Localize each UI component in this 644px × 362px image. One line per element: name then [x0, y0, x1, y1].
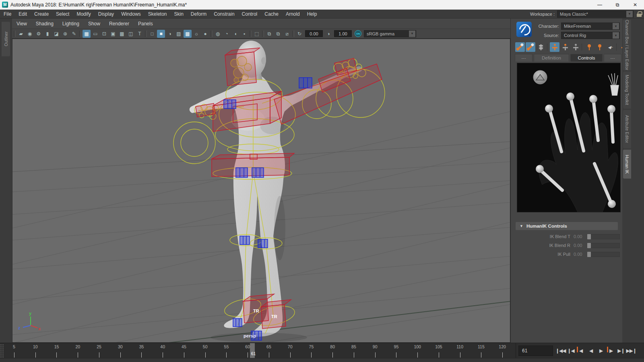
select-full-body-icon[interactable] — [550, 42, 559, 52]
safe-title-icon[interactable]: T — [136, 30, 144, 38]
film-gate-icon[interactable]: ▭ — [91, 30, 99, 38]
go-to-end-button[interactable]: ▶▶❙ — [626, 346, 637, 356]
dock-tab-human-ik[interactable]: Human IK — [623, 150, 631, 179]
menu-constrain[interactable]: Constrain — [210, 10, 238, 19]
camera-attributes-icon[interactable]: ⚙ — [35, 30, 43, 38]
minimize-button[interactable]: — — [591, 0, 609, 9]
exposure-icon[interactable]: ↻ — [295, 30, 303, 38]
motion-blur-icon[interactable]: ◔ — [223, 30, 231, 38]
use-all-lights-icon[interactable]: ▩ — [184, 30, 192, 38]
play-backwards-button[interactable]: ◀ — [586, 346, 596, 356]
key-body-part-icon[interactable] — [526, 42, 535, 52]
menu-edit[interactable]: Edit — [15, 10, 31, 19]
slider-groove[interactable] — [591, 243, 620, 248]
mini-hand-icon[interactable] — [608, 73, 619, 95]
xray-icon[interactable]: ⧄ — [283, 30, 291, 38]
slider-groove[interactable] — [591, 252, 620, 257]
panel-menu-shading[interactable]: Shading — [31, 21, 58, 27]
menu-help[interactable]: Help — [303, 10, 321, 19]
occlusion-icon[interactable]: ◍ — [214, 30, 222, 38]
close-button[interactable]: ✕ — [626, 0, 644, 9]
timeline-grip-handle[interactable] — [0, 344, 4, 358]
dock-tab-attribute-editor[interactable]: Attribute Editor — [623, 110, 631, 148]
step-forward-frame-button[interactable]: ▶ — [606, 346, 616, 356]
panel-menu-lighting[interactable]: Lighting — [58, 21, 84, 27]
menu-modify[interactable]: Modify — [73, 10, 94, 19]
outliner-tab[interactable]: Outliner — [2, 22, 10, 56]
stack-layout-icon[interactable]: ⧉ — [274, 30, 282, 38]
textured-icon[interactable]: ▨ — [175, 30, 183, 38]
humanik-logo-icon[interactable]: ▼ — [516, 22, 532, 37]
select-camera-icon[interactable]: ▰ — [17, 30, 25, 38]
chevron-down-icon[interactable]: ▼ — [626, 11, 633, 17]
shadows-icon[interactable]: ● — [201, 30, 209, 38]
timeline-playhead[interactable]: 61 — [250, 343, 255, 358]
menu-skin[interactable]: Skin — [171, 10, 187, 19]
timeline-ruler[interactable]: 61 5101520253035404550556065707580859095… — [5, 343, 516, 358]
mute-icon[interactable]: ◀− — [605, 42, 615, 52]
humanik-controls-header[interactable]: ▼ HumanIK Controls — [516, 222, 618, 230]
menu-control[interactable]: Control — [238, 10, 261, 19]
slider-handle[interactable] — [587, 243, 591, 248]
viewport-canvas[interactable]: TR TR y z x — [12, 39, 510, 343]
panel-menu-show[interactable]: Show — [84, 21, 105, 27]
play-forwards-button[interactable]: ▶ — [596, 346, 606, 356]
chevron-down-icon[interactable]: ▼ — [613, 23, 619, 29]
panel-menu-panels[interactable]: Panels — [134, 21, 157, 27]
current-frame-field[interactable]: 61 — [518, 346, 553, 356]
flat-shade-icon[interactable]: ◑ — [166, 30, 174, 38]
lighting-icon[interactable]: ☼ — [192, 30, 200, 38]
pin-rotate-icon[interactable] — [595, 42, 605, 52]
menu-select[interactable]: Select — [52, 10, 73, 19]
separate-layout-icon[interactable]: ⧉ — [265, 30, 273, 38]
tab-[interactable]: --- — [515, 54, 533, 62]
grease-pencil-icon[interactable]: ✎ — [70, 30, 78, 38]
step-forward-key-button[interactable]: ▶❙ — [616, 346, 626, 356]
menu-cache[interactable]: Cache — [261, 10, 282, 19]
pan-zoom-icon[interactable]: ⊕ — [61, 30, 69, 38]
menu-display[interactable]: Display — [95, 10, 118, 19]
smooth-shade-icon[interactable]: ■ — [157, 30, 165, 38]
hand-picker-canvas[interactable] — [517, 63, 620, 212]
exposure-field[interactable]: 0.00 — [305, 30, 323, 37]
slider-groove[interactable] — [591, 234, 620, 239]
select-selection-icon[interactable] — [571, 42, 580, 52]
resolution-gate-icon[interactable]: ⊡ — [100, 30, 108, 38]
isolate-select-icon[interactable]: ⬚ — [253, 30, 261, 38]
field-chart-icon[interactable]: ▩ — [118, 30, 126, 38]
menu-skeleton[interactable]: Skeleton — [144, 10, 171, 19]
chevron-down-icon[interactable]: ▼ — [613, 32, 619, 39]
step-back-key-button[interactable]: ❙◀ — [566, 346, 576, 356]
grid-icon[interactable]: ▦ — [83, 30, 91, 38]
contrast-icon[interactable]: ◑ — [324, 30, 332, 38]
pin-translate-icon[interactable] — [584, 42, 594, 52]
dock-tab-channel-box---layer-editor[interactable]: Channel Box / Layer Editor — [623, 20, 631, 70]
image-plane-icon[interactable]: ◪ — [52, 30, 60, 38]
gamma-field[interactable]: 1.00 — [334, 30, 352, 37]
gate-mask-icon[interactable]: ▣ — [109, 30, 117, 38]
tab-controls[interactable]: Controls — [570, 54, 603, 62]
restore-button[interactable]: ⧉ — [609, 0, 626, 9]
character-dropdown[interactable]: MikeFreeman ▼ — [561, 23, 620, 30]
workspace-dropdown[interactable]: Maya Classic* ▼ — [557, 10, 634, 18]
bookmark-icon[interactable]: ▮ — [43, 30, 52, 38]
menu-windows[interactable]: Windows — [118, 10, 144, 19]
perspective-viewport[interactable]: TR TR y z x — [12, 39, 510, 343]
color-managed-toggle[interactable]: ON — [355, 30, 361, 37]
go-to-start-button[interactable]: ❙◀◀ — [555, 346, 566, 356]
safe-action-icon[interactable]: ◫ — [127, 30, 135, 38]
show-skeleton-icon[interactable] — [536, 42, 546, 52]
default-material-icon[interactable]: ▪ — [240, 30, 248, 38]
source-dropdown[interactable]: Control Rig ▼ — [561, 32, 620, 39]
tab-definition[interactable]: Definition — [534, 54, 569, 62]
lock-icon[interactable] — [637, 11, 642, 17]
select-body-part-icon[interactable] — [560, 42, 570, 52]
lock-camera-icon[interactable]: ◉ — [26, 30, 34, 38]
collapse-triangle-icon[interactable]: ▼ — [520, 224, 523, 228]
panel-menu-view[interactable]: View — [12, 21, 31, 27]
dock-tab-modeling-toolkit[interactable]: Modeling Toolkit — [623, 72, 631, 109]
chevron-down-icon[interactable]: ▼ — [409, 31, 415, 37]
plugin-display-icon[interactable]: ◖ — [231, 30, 239, 38]
key-full-body-icon[interactable] — [515, 42, 525, 52]
ik-effector-boxes[interactable]: TR TR — [196, 48, 382, 329]
